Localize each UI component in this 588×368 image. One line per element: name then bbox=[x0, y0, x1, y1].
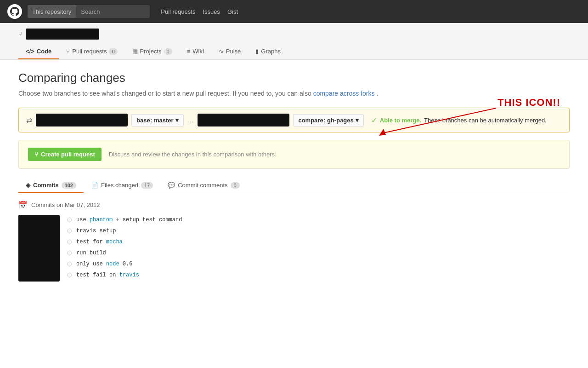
tab-projects-label: Projects bbox=[140, 48, 162, 55]
create-pr-description: Discuss and review the changes in this c… bbox=[109, 151, 277, 158]
commit-message[interactable]: use phantom + setup test command bbox=[76, 217, 182, 223]
commit-text-2: travis setup bbox=[76, 228, 116, 234]
commits-table: use phantom + setup test command travis … bbox=[18, 215, 570, 282]
projects-icon: ▦ bbox=[132, 48, 138, 55]
base-label: base: bbox=[136, 117, 152, 124]
section-tabs: ◈ Commits 102 📄 Files changed 17 💬 Commi… bbox=[18, 178, 570, 193]
repo-label: This repository bbox=[28, 5, 76, 18]
compare-across-forks-link[interactable]: compare across forks bbox=[313, 90, 375, 97]
tab-code-label: Code bbox=[37, 48, 52, 55]
tab-code[interactable]: </> Code bbox=[18, 44, 59, 59]
commits-avatar-col bbox=[18, 215, 60, 282]
compare-value: gh-pages bbox=[327, 117, 354, 124]
tab-files-changed[interactable]: 📄 Files changed 17 bbox=[84, 178, 160, 193]
compare-label: compare: bbox=[298, 117, 325, 124]
calendar-icon: 📅 bbox=[18, 201, 28, 209]
dropdown-arrow-icon: ▾ bbox=[175, 117, 179, 124]
create-pull-request-button[interactable]: ⑂ Create pull request bbox=[28, 148, 102, 161]
merge-status-text: Able to merge. bbox=[380, 117, 421, 124]
commit-message[interactable]: test fail on travis bbox=[76, 272, 139, 278]
commit-dot-icon bbox=[67, 218, 72, 222]
commits-list: use phantom + setup test command travis … bbox=[67, 215, 570, 282]
files-tab-icon: 📄 bbox=[91, 182, 98, 189]
commit-text-6: test fail on bbox=[76, 272, 119, 278]
repo-header: ⑂ </> Code ⑂ Pull requests 0 ▦ Projects … bbox=[0, 23, 588, 60]
dropdown-arrow-icon-2: ▾ bbox=[356, 117, 359, 124]
list-item: travis setup bbox=[67, 226, 570, 236]
navbar: This repository Pull requests Issues Gis… bbox=[0, 0, 588, 23]
subtitle-end: . bbox=[376, 90, 378, 97]
navbar-links: Pull requests Issues Gist bbox=[161, 8, 238, 15]
fork-icon: ⑂ bbox=[18, 31, 22, 38]
tab-commit-comments[interactable]: 💬 Commit comments 0 bbox=[160, 178, 247, 193]
base-value: master bbox=[154, 117, 174, 124]
commit-message[interactable]: run build bbox=[76, 250, 106, 256]
list-item: only use node 0.6 bbox=[67, 259, 570, 269]
pulse-icon: ∿ bbox=[219, 48, 224, 55]
github-logo[interactable] bbox=[7, 4, 22, 19]
search-input[interactable] bbox=[76, 5, 150, 18]
create-pr-label: Create pull request bbox=[41, 151, 95, 158]
commit-dot-icon bbox=[67, 251, 72, 255]
code-icon: </> bbox=[26, 48, 34, 55]
pull-requests-link[interactable]: Pull requests bbox=[161, 8, 195, 15]
files-tab-label: Files changed bbox=[101, 182, 138, 189]
commit-dot-icon bbox=[67, 273, 72, 277]
list-item: run build bbox=[67, 248, 570, 258]
commit-dot-icon bbox=[67, 240, 72, 244]
commit-message[interactable]: only use node 0.6 bbox=[76, 261, 132, 267]
left-repo-input bbox=[36, 114, 128, 126]
graphs-icon: ▮ bbox=[255, 48, 259, 55]
pr-icon: ⑂ bbox=[66, 48, 70, 55]
commits-date-header: 📅 Commits on Mar 07, 2012 bbox=[18, 201, 570, 209]
pr-button-icon: ⑂ bbox=[34, 151, 38, 158]
tab-wiki-label: Wiki bbox=[192, 48, 204, 55]
tab-pulse[interactable]: ∿ Pulse bbox=[211, 44, 249, 59]
wiki-icon: ≡ bbox=[187, 48, 191, 55]
commit-text-5a: only use bbox=[76, 261, 106, 267]
create-pr-banner: ⑂ Create pull request Discuss and review… bbox=[18, 140, 570, 169]
base-branch-select[interactable]: base: master ▾ bbox=[131, 114, 184, 126]
right-repo-input bbox=[198, 114, 289, 126]
tab-graphs[interactable]: ▮ Graphs bbox=[248, 44, 288, 59]
repo-title-row: ⑂ bbox=[18, 29, 570, 44]
commit-dot-icon bbox=[67, 262, 72, 266]
tab-graphs-label: Graphs bbox=[261, 48, 281, 55]
subtitle-text: Choose two branches to see what's change… bbox=[18, 90, 313, 97]
page-title: Comparing changes bbox=[18, 71, 570, 85]
merge-check-icon: ✓ bbox=[371, 116, 377, 125]
merge-status: ✓ Able to merge. These branches can be a… bbox=[371, 116, 547, 125]
commits-date-text: Commits on Mar 07, 2012 bbox=[31, 201, 100, 208]
tab-projects[interactable]: ▦ Projects 0 bbox=[125, 44, 180, 59]
tab-pull-requests[interactable]: ⑂ Pull requests 0 bbox=[59, 44, 124, 59]
avatar bbox=[18, 215, 60, 282]
gist-link[interactable]: Gist bbox=[227, 8, 238, 15]
commit-text-4: run build bbox=[76, 250, 106, 256]
tab-pulse-label: Pulse bbox=[226, 48, 241, 55]
compare-branch-select[interactable]: compare: gh-pages ▾ bbox=[293, 114, 363, 126]
commit-text-1: use bbox=[76, 217, 90, 223]
commits-tab-icon: ◈ bbox=[26, 182, 30, 189]
compare-divider: ... bbox=[187, 117, 194, 124]
comments-count-badge: 0 bbox=[231, 182, 240, 189]
github-octocat-icon bbox=[10, 7, 19, 16]
tab-pr-label: Pull requests bbox=[72, 48, 107, 55]
commits-tab-label: Commits bbox=[33, 182, 59, 189]
list-item: test for mocha bbox=[67, 237, 570, 247]
commit-message[interactable]: test for mocha bbox=[76, 239, 123, 245]
commit-text-3: test for bbox=[76, 239, 106, 245]
issues-link[interactable]: Issues bbox=[203, 8, 220, 15]
main-content: Comparing changes Choose two branches to… bbox=[0, 60, 588, 293]
commit-message[interactable]: travis setup bbox=[76, 228, 116, 234]
compare-row: ⇄ base: master ▾ ... compare: gh-pages ▾… bbox=[18, 108, 570, 132]
merge-desc-text: These branches can be automatically merg… bbox=[424, 117, 547, 124]
tab-wiki[interactable]: ≡ Wiki bbox=[180, 44, 211, 59]
files-count-badge: 17 bbox=[141, 182, 153, 189]
commits-count-badge: 102 bbox=[62, 182, 76, 189]
commit-dot-icon bbox=[67, 229, 72, 233]
repo-selector[interactable]: This repository bbox=[28, 5, 150, 18]
comments-tab-icon: 💬 bbox=[168, 182, 175, 189]
repo-name-block bbox=[26, 29, 99, 40]
tab-commits[interactable]: ◈ Commits 102 bbox=[18, 178, 84, 193]
pr-count-badge: 0 bbox=[109, 48, 117, 55]
